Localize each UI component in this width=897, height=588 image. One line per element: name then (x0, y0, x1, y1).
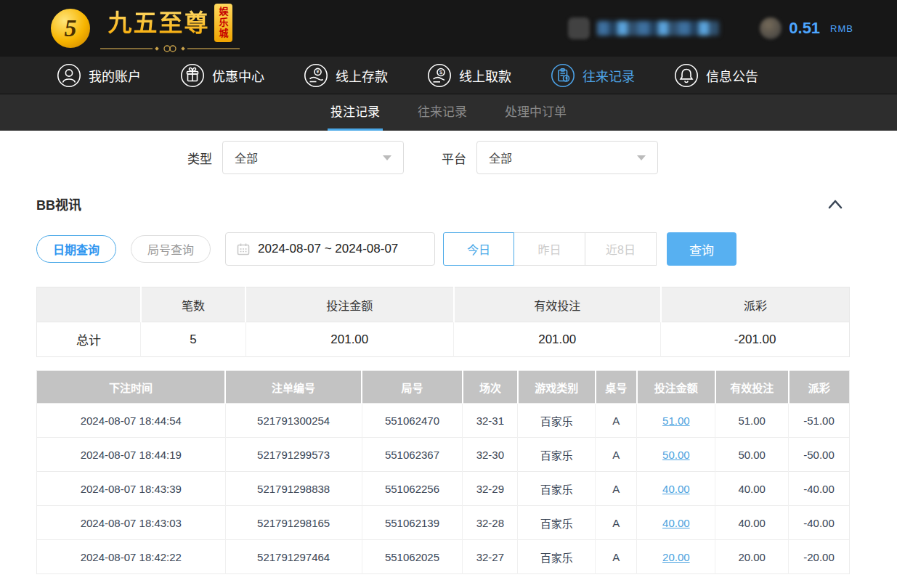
flourish-ornament-icon (97, 44, 243, 54)
nav-item-withdraw[interactable]: $ 线上取款 (427, 63, 511, 88)
summary-header-valid-bet: 有效投注 (454, 287, 661, 322)
table-row: 2024-08-07 18:44:54 521791300254 5510624… (37, 404, 850, 438)
cell-table-no: A (596, 540, 637, 574)
calendar-icon (236, 242, 251, 256)
bet-amount-link[interactable]: 50.00 (662, 449, 690, 461)
filter-row: 类型 全部 平台 全部 (187, 141, 897, 174)
header-right: 0.51 RMB (568, 17, 853, 39)
cell-round-id: 551062367 (362, 438, 463, 472)
query-toolbar: 日期查询 局号查询 2024-08-07 ~ 2024-08-07 今日 昨日 … (36, 232, 850, 266)
today-button[interactable]: 今日 (443, 232, 514, 266)
collapse-section-button[interactable] (827, 197, 844, 211)
svg-text:¥: ¥ (317, 69, 320, 74)
nav-item-records[interactable]: 往来记录 (551, 63, 635, 88)
cell-payout: -40.00 (789, 472, 850, 506)
col-table-no: 桌号 (596, 371, 637, 404)
balance-chip[interactable]: 0.51 RMB (760, 17, 853, 39)
section-title: BB视讯 (36, 195, 81, 213)
cell-payout: -20.00 (789, 540, 850, 574)
cell-valid-bet: 20.00 (715, 540, 789, 574)
search-button[interactable]: 查询 (667, 232, 736, 266)
tab-bet-records[interactable]: 投注记录 (328, 94, 383, 131)
cell-round-id: 551062139 (362, 506, 463, 540)
col-round-id: 局号 (362, 371, 463, 404)
user-account-chip[interactable] (568, 17, 719, 39)
brand-text: 九五至尊 娱乐城 (97, 4, 243, 54)
cell-round-id: 551062025 (362, 540, 463, 574)
bet-amount-link[interactable]: 20.00 (662, 551, 690, 563)
cell-bet-time: 2024-08-07 18:42:22 (37, 540, 226, 574)
summary-total-row: 总计 5 201.00 201.00 -201.00 (37, 322, 850, 357)
date-range-input[interactable]: 2024-08-07 ~ 2024-08-07 (225, 232, 435, 266)
cell-bet-time: 2024-08-07 18:44:19 (37, 438, 226, 472)
col-payout: 派彩 (789, 371, 850, 404)
chevron-down-icon (383, 155, 391, 160)
summary-payout: -201.00 (661, 322, 850, 357)
user-avatar-icon (568, 17, 590, 39)
date-query-button[interactable]: 日期查询 (36, 235, 116, 263)
nav-item-my-account[interactable]: 我的账户 (57, 63, 141, 88)
deposit-icon: ¥ (304, 63, 328, 88)
records-icon (551, 63, 575, 88)
brand-badge: 娱乐城 (214, 4, 232, 42)
chevron-up-icon (827, 197, 844, 211)
cell-table-no: A (596, 438, 637, 472)
last-8-days-button[interactable]: 近8日 (585, 232, 657, 266)
type-select[interactable]: 全部 (222, 141, 404, 174)
bet-records-table: 下注时间 注单编号 局号 场次 游戏类别 桌号 投注金额 有效投注 派彩 202… (36, 370, 850, 574)
platform-select[interactable]: 全部 (476, 141, 658, 174)
cell-table-no: A (596, 472, 637, 506)
main-content: BB视讯 日期查询 局号查询 2024-08-07 ~ 2024-08-07 今… (36, 195, 850, 574)
withdraw-icon: $ (427, 63, 452, 88)
cell-valid-bet: 40.00 (715, 472, 789, 506)
table-row: 2024-08-07 18:43:39 521791298838 5510622… (37, 472, 850, 506)
top-header: 5 九五至尊 娱乐城 0.51 RMB (0, 0, 897, 57)
cell-valid-bet: 51.00 (715, 404, 789, 438)
cell-session: 32-27 (463, 540, 518, 574)
table-header-row: 下注时间 注单编号 局号 场次 游戏类别 桌号 投注金额 有效投注 派彩 (37, 371, 850, 404)
bet-amount-link[interactable]: 40.00 (662, 483, 690, 495)
summary-header-bet-amount: 投注金额 (245, 287, 453, 322)
round-query-button[interactable]: 局号查询 (131, 235, 211, 263)
cell-order-id: 521791297464 (225, 540, 362, 574)
brand-logo[interactable]: 5 九五至尊 娱乐城 (51, 4, 243, 54)
cell-order-id: 521791300254 (225, 404, 362, 438)
yesterday-button[interactable]: 昨日 (514, 232, 585, 266)
platform-filter-label: 平台 (442, 149, 466, 167)
nav-label: 优惠中心 (212, 66, 264, 85)
user-icon (57, 63, 81, 88)
sub-nav: 投注记录 往来记录 处理中订单 (0, 94, 897, 131)
cell-session: 32-30 (463, 438, 518, 472)
summary-total-label: 总计 (37, 322, 141, 357)
table-row: 2024-08-07 18:44:19 521791299573 5510623… (37, 438, 850, 472)
bet-amount-link[interactable]: 51.00 (662, 415, 690, 427)
nav-item-deposit[interactable]: ¥ 线上存款 (304, 63, 388, 88)
cell-game-type: 百家乐 (518, 438, 596, 472)
cell-order-id: 521791298165 (225, 506, 362, 540)
tab-transaction-records[interactable]: 往来记录 (415, 94, 470, 131)
summary-header-payout: 派彩 (661, 287, 850, 322)
nav-label: 我的账户 (89, 66, 141, 85)
nav-item-announcements[interactable]: 信息公告 (674, 63, 758, 88)
bet-amount-link[interactable]: 40.00 (662, 517, 690, 529)
summary-valid-bet: 201.00 (454, 322, 661, 357)
chevron-down-icon (637, 155, 646, 160)
quick-range-group: 今日 昨日 近8日 (443, 232, 657, 266)
cell-round-id: 551062256 (362, 472, 463, 506)
cell-table-no: A (596, 506, 637, 540)
nav-label: 信息公告 (706, 66, 758, 85)
summary-table: 笔数 投注金额 有效投注 派彩 总计 5 201.00 201.00 -201.… (36, 287, 850, 357)
summary-bet-amount: 201.00 (245, 322, 453, 357)
summary-header-row: 笔数 投注金额 有效投注 派彩 (37, 287, 850, 322)
nav-label: 线上取款 (459, 66, 511, 85)
nav-item-promotions[interactable]: 优惠中心 (180, 63, 264, 88)
summary-header-count: 笔数 (141, 287, 245, 322)
summary-count: 5 (141, 322, 245, 357)
cell-session: 32-31 (463, 404, 518, 438)
cell-table-no: A (596, 404, 637, 438)
tab-pending-orders[interactable]: 处理中订单 (502, 94, 569, 131)
cell-order-id: 521791299573 (225, 438, 362, 472)
cell-order-id: 521791298838 (225, 472, 362, 506)
nav-label: 线上存款 (336, 66, 388, 85)
balance-amount: 0.51 (789, 19, 820, 38)
